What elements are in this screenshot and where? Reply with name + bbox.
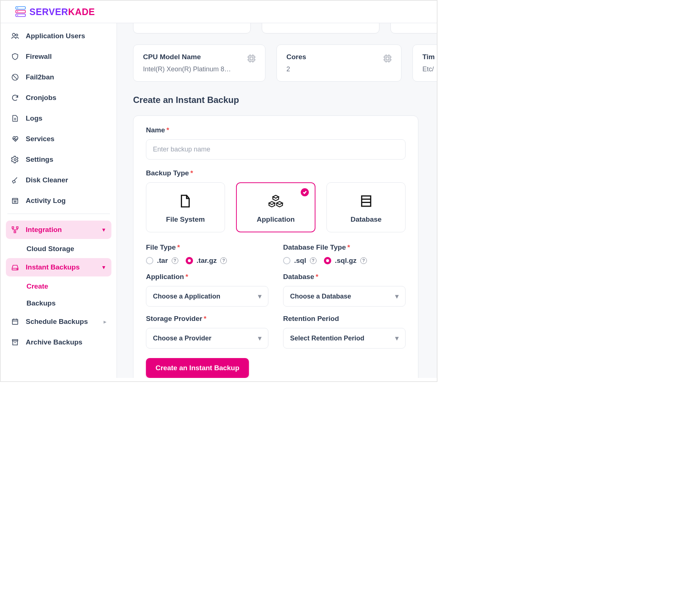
type-card-filesystem[interactable]: File System	[146, 182, 225, 232]
type-label: Backup Type*	[146, 169, 406, 177]
sidebar-item-application-users[interactable]: Application Users	[6, 27, 111, 45]
sidebar-item-fail2ban[interactable]: Fail2ban	[6, 68, 111, 86]
help-icon[interactable]: ?	[172, 257, 178, 264]
svg-line-13	[14, 178, 17, 180]
info-title: Tim	[422, 53, 437, 61]
radio-icon	[324, 257, 331, 264]
info-title: Cores	[286, 53, 392, 61]
page-title: Create an Instant Backup	[133, 95, 437, 105]
select-value: Choose a Application	[153, 293, 220, 300]
main-content: CPU Model Name Intel(R) Xeon(R) Platinum…	[117, 23, 437, 378]
svg-rect-30	[249, 56, 254, 61]
storage-select[interactable]: Choose a Provider ▾	[146, 328, 268, 349]
svg-rect-50	[361, 196, 371, 206]
sidebar-item-label: Disk Cleaner	[26, 176, 68, 184]
radio-targz[interactable]: .tar.gz ?	[186, 257, 227, 265]
brand-logo[interactable]: SERVERKADE	[15, 6, 95, 18]
application-label: Application*	[146, 273, 268, 281]
database-label: Database*	[283, 273, 406, 281]
chevron-down-icon: ▼	[101, 227, 106, 233]
sidebar-item-schedule-backups[interactable]: Schedule Backups ▸	[6, 312, 111, 331]
type-label: Application	[257, 215, 294, 224]
info-value: 2	[286, 65, 392, 73]
sidebar-item-instant-backups[interactable]: Instant Backups ▼	[6, 258, 111, 276]
sidebar-item-label: Firewall	[26, 53, 52, 61]
sidebar-item-disk-cleaner[interactable]: Disk Cleaner	[6, 171, 111, 189]
calendar-icon	[11, 318, 19, 326]
help-icon[interactable]: ?	[360, 257, 367, 264]
type-card-database[interactable]: Database	[326, 182, 406, 232]
info-cards-row: CPU Model Name Intel(R) Xeon(R) Platinum…	[133, 44, 437, 82]
sidebar-item-activity-log[interactable]: Activity Log	[6, 192, 111, 210]
svg-point-4	[17, 11, 18, 12]
select-value: Select Retention Period	[290, 335, 364, 342]
ghost-card	[390, 23, 437, 33]
chevron-down-icon: ▾	[395, 334, 399, 342]
radio-label: .tar.gz	[197, 257, 217, 265]
sidebar-sub-cloud-storage[interactable]: Cloud Storage	[6, 241, 111, 257]
radio-icon	[146, 257, 153, 264]
sidebar-item-services[interactable]: Services	[6, 130, 111, 148]
application-select[interactable]: Choose a Application ▾	[146, 286, 268, 307]
database-icon	[358, 193, 374, 209]
retention-select[interactable]: Select Retention Period ▾	[283, 328, 406, 349]
list-icon	[11, 197, 19, 205]
name-label: Name*	[146, 126, 406, 134]
sidebar-sub-backups[interactable]: Backups	[6, 296, 111, 311]
cubes-icon	[268, 193, 283, 209]
svg-point-6	[12, 33, 15, 36]
sidebar-item-label: Instant Backups	[26, 263, 80, 271]
svg-rect-41	[386, 57, 389, 60]
radio-tar[interactable]: .tar ?	[146, 257, 178, 265]
radio-sql[interactable]: .sql ?	[283, 257, 317, 265]
brand-icon	[15, 6, 26, 18]
radio-sqlgz[interactable]: .sql.gz ?	[324, 257, 367, 265]
sidebar-item-logs[interactable]: Logs	[6, 109, 111, 128]
sidebar-item-label: Settings	[26, 156, 53, 164]
sidebar-item-label: Fail2ban	[26, 73, 54, 81]
gear-icon	[11, 156, 19, 164]
svg-point-12	[14, 158, 16, 161]
sidebar-item-archive-backups[interactable]: Archive Backups	[6, 333, 111, 351]
type-label: Database	[350, 215, 382, 224]
chevron-right-icon: ▸	[104, 319, 106, 325]
type-card-application[interactable]: Application	[236, 182, 316, 232]
chip-icon	[382, 53, 393, 65]
backup-name-input[interactable]	[146, 139, 406, 160]
svg-rect-31	[250, 57, 253, 60]
help-icon[interactable]: ?	[310, 257, 317, 264]
file-icon	[11, 114, 19, 122]
refresh-icon	[11, 94, 19, 102]
help-icon[interactable]: ?	[220, 257, 227, 264]
select-value: Choose a Provider	[153, 335, 211, 342]
sidebar-item-settings[interactable]: Settings	[6, 150, 111, 169]
chevron-down-icon: ▾	[258, 334, 261, 342]
svg-rect-28	[13, 341, 18, 345]
app-header: SERVERKADE	[1, 1, 437, 23]
svg-point-7	[16, 34, 18, 36]
sidebar-item-integration[interactable]: Integration ▼	[6, 221, 111, 239]
integration-icon	[11, 226, 19, 234]
sidebar-item-label: Schedule Backups	[26, 318, 88, 326]
filetype-label: File Type*	[146, 243, 268, 251]
sidebar-item-firewall[interactable]: Firewall	[6, 47, 111, 66]
database-select[interactable]: Choose a Database ▾	[283, 286, 406, 307]
info-card-timezone: Tim Etc/	[413, 44, 437, 82]
svg-point-22	[17, 269, 17, 269]
svg-rect-19	[17, 227, 18, 229]
file-icon	[178, 193, 193, 209]
chevron-down-icon: ▾	[258, 292, 261, 300]
archive-icon	[11, 338, 19, 346]
sidebar-item-label: Services	[26, 135, 54, 143]
sidebar-item-label: Cronjobs	[26, 94, 56, 102]
svg-rect-23	[12, 319, 18, 325]
radio-label: .sql	[294, 257, 306, 265]
sidebar-item-label: Activity Log	[26, 197, 66, 205]
chevron-down-icon: ▾	[395, 292, 399, 300]
sidebar-item-label: Archive Backups	[26, 338, 82, 346]
sidebar-item-cronjobs[interactable]: Cronjobs	[6, 89, 111, 107]
dbfiletype-label: Database File Type*	[283, 243, 406, 251]
info-value: Intel(R) Xeon(R) Platinum 8…	[143, 65, 256, 73]
sidebar-sub-create[interactable]: Create	[6, 279, 111, 294]
create-backup-button[interactable]: Create an Instant Backup	[146, 358, 249, 378]
